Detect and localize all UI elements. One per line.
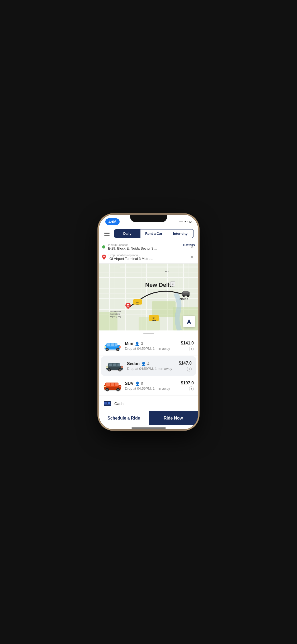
svg-rect-52 [107, 343, 110, 346]
drop-label: Drop Location (optional) [109, 254, 187, 257]
mini-info-icon[interactable]: i [189, 347, 194, 351]
map-container: Pickup Location E-29, Block E, Noida Sec… [99, 241, 198, 330]
suv-price: $197.0 [181, 381, 194, 385]
details-button[interactable]: +Details [183, 243, 195, 247]
sedan-info-icon[interactable]: i [187, 367, 192, 371]
svg-rect-72 [121, 366, 123, 368]
tab-rent-a-car[interactable]: Rent a Car [140, 229, 167, 238]
sedan-drop-info: Drop at 04:59PM, 1 min away [127, 367, 176, 371]
svg-rect-83 [103, 386, 106, 387]
drag-handle [143, 333, 154, 334]
svg-point-56 [106, 348, 108, 350]
suv-passenger-icon: 👤 [135, 381, 140, 386]
ride-option-mini[interactable]: Mini 👤 3 Drop at 04:59PM, 1 min away $14… [99, 336, 198, 356]
suv-car-svg [103, 380, 122, 392]
svg-rect-46 [183, 291, 188, 293]
status-time: 4:06 [105, 218, 120, 225]
mini-price: $141.0 [181, 341, 194, 346]
svg-rect-76 [106, 383, 110, 386]
svg-text:NH: NH [153, 317, 155, 319]
svg-rect-86 [104, 402, 107, 404]
ride-option-suv[interactable]: SUV 👤 5 Drop at 04:59PM, 1 min away $197… [99, 376, 198, 396]
svg-point-87 [108, 402, 110, 404]
pickup-value: E-29, Block E, Noida Sector 3,... [108, 246, 187, 250]
home-indicator [99, 425, 198, 429]
sedan-passenger-count: 4 [147, 362, 149, 366]
drop-row: Drop Location (optional) IGI Airport Ter… [102, 254, 195, 261]
svg-rect-78 [115, 383, 119, 386]
sedan-ride-info: Sedan 👤 4 Drop at 04:59PM, 1 min away [127, 361, 176, 371]
svg-point-70 [119, 369, 121, 371]
suv-car-image [103, 380, 122, 392]
tab-bar: Daily Rent a Car Inter-city [114, 229, 194, 238]
suv-passenger-count: 5 [141, 381, 143, 386]
svg-rect-60 [119, 346, 121, 348]
mini-ride-info: Mini 👤 3 Drop at 04:59PM, 1 min away [125, 341, 178, 351]
mini-passenger-count: 3 [141, 342, 143, 346]
battery-icon: ▪42 [187, 220, 192, 223]
navigation-button[interactable] [183, 316, 195, 327]
status-icons: ▪▪▪▪ ▾ ▪42 [179, 220, 192, 223]
svg-rect-53 [111, 343, 114, 346]
hamburger-menu[interactable] [103, 231, 111, 237]
pickup-text-group[interactable]: Pickup Location E-29, Block E, Noida Sec… [108, 243, 187, 250]
svg-point-48 [187, 295, 189, 297]
svg-point-80 [106, 389, 108, 390]
suv-ride-info: SUV 👤 5 Drop at 04:59PM, 1 min away [125, 381, 178, 390]
sedan-car-image [105, 360, 124, 372]
svg-rect-41 [128, 307, 129, 309]
pickup-dot [102, 245, 105, 249]
svg-point-58 [117, 348, 119, 350]
svg-rect-77 [111, 383, 114, 386]
cash-icon [103, 399, 112, 408]
suv-info-icon[interactable]: i [189, 387, 194, 391]
location-inputs-overlay: Pickup Location E-29, Block E, Noida Sec… [99, 241, 198, 264]
cash-svg [103, 399, 112, 408]
phone-screen: 4:06 ▪▪▪▪ ▾ ▪42 Daily Rent a Car Inter-c… [99, 215, 198, 429]
svg-point-82 [117, 389, 119, 390]
mini-passenger-icon: 👤 [135, 342, 139, 346]
ride-now-button[interactable]: Ride Now [149, 411, 198, 425]
pickup-label: Pickup Location [108, 243, 187, 246]
tab-daily[interactable]: Daily [114, 229, 140, 238]
pickup-row: Pickup Location E-29, Block E, Noida Sec… [102, 243, 195, 250]
ride-option-sedan[interactable]: Sedan 👤 4 Drop at 04:59PM, 1 min away $1… [101, 356, 196, 376]
drop-clear-button[interactable]: ✕ [189, 254, 195, 261]
svg-text:Airport (DEL): Airport (DEL) [110, 316, 121, 318]
suv-price-col: $197.0 i [181, 381, 194, 391]
navigation-icon [186, 318, 192, 325]
svg-text:International: International [110, 313, 120, 315]
bottom-buttons: Schedule a Ride Ride Now [99, 411, 198, 425]
wifi-icon: ▾ [185, 220, 186, 223]
signal-icon: ▪▪▪▪ [179, 220, 183, 223]
svg-text:Noida: Noida [180, 297, 188, 301]
svg-rect-66 [117, 364, 120, 366]
drop-text-group[interactable]: Drop Location (optional) IGI Airport Ter… [109, 254, 187, 261]
schedule-ride-button[interactable]: Schedule a Ride [99, 411, 149, 425]
sedan-type-name: Sedan [127, 361, 140, 366]
header: Daily Rent a Car Inter-city [99, 227, 198, 241]
mini-price-col: $141.0 i [181, 341, 194, 351]
dashed-connector [107, 251, 107, 256]
mini-car-image [103, 340, 122, 352]
svg-text:Indira Gandhi: Indira Gandhi [110, 310, 121, 312]
sedan-price-col: $147.0 i [179, 361, 192, 371]
svg-point-68 [109, 369, 110, 371]
svg-text:New Delhi: New Delhi [145, 282, 173, 288]
svg-text:3: 3 [172, 283, 173, 286]
bottom-sheet: Mini 👤 3 Drop at 04:59PM, 1 min away $14… [99, 330, 198, 429]
svg-rect-71 [106, 366, 108, 368]
mini-type-name: Mini [125, 341, 133, 346]
drop-value: IGI Airport Terminal 3 Metro... [109, 257, 187, 261]
drop-pin-icon [102, 255, 106, 260]
tab-inter-city[interactable]: Inter-city [167, 229, 194, 238]
svg-rect-54 [115, 343, 117, 346]
payment-method-label: Cash [114, 401, 124, 406]
home-bar [131, 427, 166, 429]
svg-text:148A: 148A [152, 319, 156, 321]
suv-drop-info: Drop at 04:59PM, 1 min away [125, 387, 178, 390]
phone-frame: 4:06 ▪▪▪▪ ▾ ▪42 Daily Rent a Car Inter-c… [99, 215, 198, 429]
payment-row[interactable]: Cash [99, 396, 198, 411]
suv-type-name: SUV [125, 381, 134, 386]
svg-point-47 [183, 295, 185, 297]
